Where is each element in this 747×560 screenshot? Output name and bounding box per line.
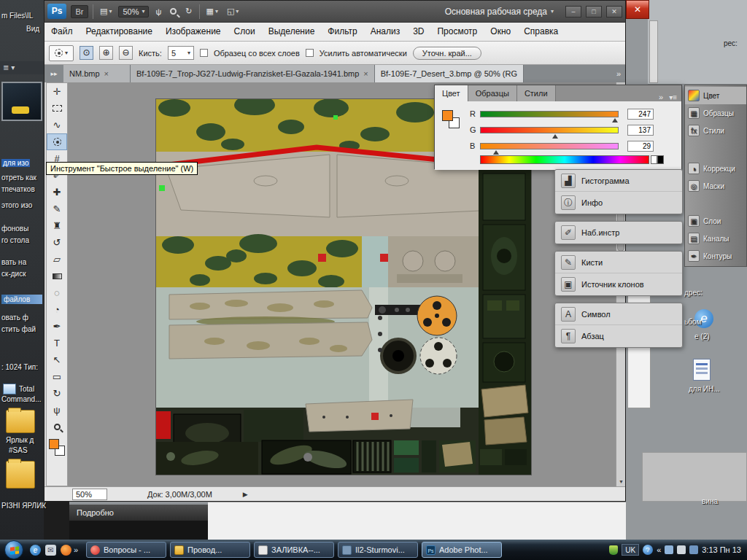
foreground-color-swatch[interactable] xyxy=(442,110,453,121)
background-window-close-button[interactable]: ✕ xyxy=(626,0,649,19)
dock-item-color[interactable]: Цвет xyxy=(685,87,746,104)
taskbar-button-photoshop[interactable]: PsAdobe Phot... xyxy=(422,542,502,558)
foreground-color-swatch[interactable] xyxy=(49,439,59,449)
document-tab-nm[interactable]: NM.bmp× xyxy=(63,65,131,82)
maximize-button[interactable]: □ xyxy=(586,6,602,18)
tool-path-selection[interactable]: ↖ xyxy=(47,351,67,368)
dock-item-layers[interactable]: ▣Слои xyxy=(685,212,746,230)
taskbar-button-explorer[interactable]: Провод... xyxy=(170,542,250,558)
tool-zoom[interactable] xyxy=(47,419,67,435)
tool-type[interactable]: T xyxy=(47,335,67,351)
auto-enhance-checkbox[interactable] xyxy=(306,49,314,57)
tool-rectangular-marquee[interactable] xyxy=(47,100,67,117)
network-tray-icon[interactable] xyxy=(665,545,673,554)
close-tab-icon[interactable]: × xyxy=(363,69,368,78)
menu-item-filter[interactable]: Фильтр xyxy=(321,23,363,41)
brush-size-picker[interactable]: 5▾ xyxy=(168,46,194,60)
language-indicator[interactable]: UK xyxy=(622,544,639,556)
tools-panel-collapse-button[interactable]: ▸▸ xyxy=(44,65,63,82)
dock-item-styles[interactable]: fxСтили xyxy=(685,122,746,139)
add-to-selection-mode-button[interactable]: ⊕ xyxy=(99,46,113,60)
tool-gradient[interactable] xyxy=(47,268,67,284)
panel-button-character[interactable]: AСимвол xyxy=(555,303,682,325)
panel-button-brushes[interactable]: ✎Кисти xyxy=(555,252,682,273)
menu-item-image[interactable]: Изображение xyxy=(159,23,228,41)
close-button[interactable]: ✕ xyxy=(606,6,622,18)
zoom-level-select[interactable]: 50%▾ xyxy=(118,6,149,18)
menu-item-layers[interactable]: Слои xyxy=(228,23,262,41)
status-zoom-input[interactable]: 50% xyxy=(72,489,107,500)
taskbar-button-il2[interactable]: Il2-Sturmovi... xyxy=(338,542,418,558)
tab-styles[interactable]: Стили xyxy=(517,85,556,101)
color-spectrum-ramp[interactable] xyxy=(480,155,649,164)
tab-swatches[interactable]: Образцы xyxy=(468,85,517,101)
view-extras-button[interactable]: ▤▾ xyxy=(98,6,114,17)
panel-button-info[interactable]: ⓘИнфо xyxy=(555,192,682,214)
menu-item-edit[interactable]: Редактирование xyxy=(80,23,159,41)
tool-pen[interactable]: ✒ xyxy=(47,318,67,335)
total-commander-icon[interactable] xyxy=(3,384,16,394)
help-icon[interactable]: ? xyxy=(643,545,653,555)
red-channel-slider[interactable] xyxy=(480,111,619,117)
quick-launch-mail-icon[interactable]: ✉ xyxy=(45,545,56,556)
document-tab-trop[interactable]: Bf-109E-7_Trop-JG27-Ludwig-Franzisket-El… xyxy=(131,65,375,82)
bridge-button[interactable]: Br xyxy=(71,5,88,18)
background-scrollbar[interactable] xyxy=(649,20,658,83)
white-swatch[interactable] xyxy=(651,155,657,164)
tool-blur[interactable]: ◌ xyxy=(47,284,67,301)
tool-brush[interactable]: ✎ xyxy=(47,201,67,217)
green-channel-slider[interactable] xyxy=(480,127,619,133)
tool-quick-selection[interactable] xyxy=(47,133,67,150)
dock-item-paths[interactable]: ✒Контуры xyxy=(685,247,746,265)
tool-hand[interactable]: ψ xyxy=(47,402,67,419)
menu-item-view[interactable]: Просмотр xyxy=(430,23,484,41)
scroll-down-arrow[interactable]: ▼ xyxy=(616,478,626,486)
slider-thumb[interactable] xyxy=(493,150,499,155)
dock-item-masks[interactable]: ◎Маски xyxy=(685,177,746,195)
panel-button-tool-presets[interactable]: ✐Наб.инстр xyxy=(555,222,682,244)
folder-icon-sas[interactable] xyxy=(6,410,35,433)
tool-lasso[interactable]: ∿ xyxy=(47,117,67,133)
panel-button-paragraph[interactable]: ¶Абзац xyxy=(555,325,682,347)
details-panel-header[interactable]: Подробно xyxy=(69,505,208,521)
quick-launch-browser-icon[interactable]: e xyxy=(30,545,41,556)
dock-item-adjustments[interactable]: ◑Коррекци xyxy=(685,160,746,177)
tool-move[interactable]: ✛ xyxy=(47,83,67,100)
slider-thumb[interactable] xyxy=(552,134,558,139)
blue-channel-value[interactable]: 29 xyxy=(627,141,654,152)
menu-item-window[interactable]: Окно xyxy=(484,23,517,41)
tab-color[interactable]: Цвет xyxy=(435,85,468,101)
green-channel-value[interactable]: 137 xyxy=(627,125,654,136)
arrange-documents-button[interactable]: ▦▾ xyxy=(204,6,220,17)
tool-rectangle[interactable]: ▭ xyxy=(47,368,67,385)
tool-rotate-view[interactable]: ↻ xyxy=(47,385,67,402)
subtract-from-selection-mode-button[interactable]: ⊖ xyxy=(119,46,133,60)
folder-icon-shortcuts[interactable] xyxy=(6,461,35,489)
antivirus-tray-icon[interactable] xyxy=(609,545,618,555)
quick-launch-firefox-icon[interactable] xyxy=(61,545,71,556)
menu-item-help[interactable]: Справка xyxy=(517,23,565,41)
menu-item-3d[interactable]: 3D xyxy=(406,23,430,41)
document-desktop-icon[interactable] xyxy=(693,359,711,381)
black-swatch[interactable] xyxy=(657,155,664,164)
volume-tray-icon[interactable] xyxy=(677,545,686,554)
refine-edge-button[interactable]: Уточн. край... xyxy=(413,47,481,60)
tool-clone-stamp[interactable]: ♜ xyxy=(47,217,67,234)
taskbar-button-voprosy[interactable]: Вопросы - ... xyxy=(86,542,166,558)
new-selection-mode-button[interactable]: ⊙ xyxy=(80,46,93,60)
quick-launch-chevron[interactable]: » xyxy=(74,545,82,554)
panel-button-clone-source[interactable]: ▣Источник клонов xyxy=(555,273,682,295)
tool-preset-picker[interactable]: ▾ xyxy=(49,45,74,61)
red-channel-value[interactable]: 247 xyxy=(627,109,654,120)
menu-item-select[interactable]: Выделение xyxy=(262,23,322,41)
panel-button-histogram[interactable]: ▟Гистограмма xyxy=(555,170,682,192)
panel-menu-icon[interactable]: ▾≡ xyxy=(669,93,681,101)
desktop-image-thumbnail[interactable] xyxy=(1,82,42,121)
tray-chevron[interactable]: « xyxy=(657,545,661,554)
dock-item-swatches[interactable]: ▦Образцы xyxy=(685,104,746,122)
document-tab-desert-active[interactable]: Bf-109E-7_Desert_3.bmp @ 50% (RG xyxy=(375,65,524,82)
workspace-switcher[interactable]: Основная рабочая среда▾ xyxy=(445,7,554,17)
internet-explorer-desktop-icon[interactable]: e xyxy=(694,309,713,328)
hand-tool-button[interactable]: ψ xyxy=(153,7,163,17)
screen-mode-button[interactable]: ◱▾ xyxy=(225,6,241,17)
